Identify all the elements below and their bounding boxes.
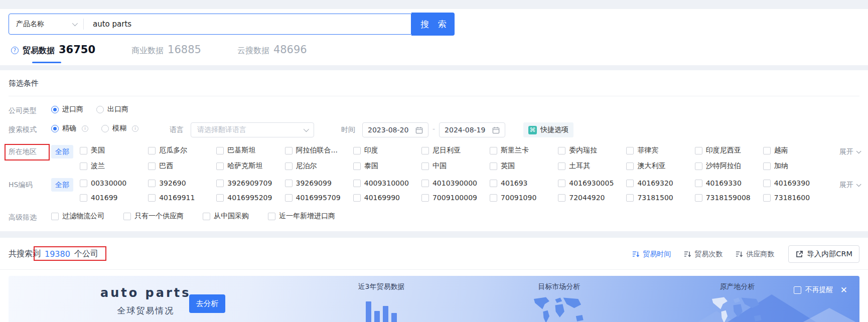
import-crm-label: 导入内部CRM bbox=[807, 249, 852, 259]
checkbox-icon bbox=[353, 180, 361, 187]
command-icon: ⌘ bbox=[528, 126, 537, 134]
search-category-select[interactable]: 产品名称 bbox=[9, 20, 83, 29]
region-checkbox[interactable]: 英国 bbox=[490, 162, 558, 171]
calendar-icon bbox=[415, 126, 423, 134]
sort-supplier-count[interactable]: 供应商数 bbox=[736, 250, 774, 259]
checkbox-label: 阿拉伯联合... bbox=[296, 146, 338, 155]
hs-code-checkbox[interactable]: 70091090 bbox=[490, 194, 558, 202]
analyze-button[interactable]: 去分析 bbox=[189, 294, 225, 313]
checkbox-icon bbox=[216, 163, 224, 170]
hs-code-checkbox[interactable]: 3926909709 bbox=[216, 179, 284, 187]
region-checkbox[interactable]: 加纳 bbox=[763, 162, 831, 171]
results-toolbar: 贸易时间 贸易次数 供应商数 导入内部CRM bbox=[619, 245, 859, 263]
region-checkbox[interactable]: 阿拉伯联合... bbox=[285, 146, 353, 155]
hs-code-checkbox[interactable]: 4010390000 bbox=[421, 179, 490, 187]
checkbox-icon bbox=[123, 213, 131, 220]
hs-code-checkbox[interactable]: 4009310000 bbox=[353, 179, 421, 187]
import-crm-button[interactable]: 导入内部CRM bbox=[788, 245, 859, 263]
region-checkbox[interactable]: 中国 bbox=[421, 162, 490, 171]
radio-exact[interactable]: 精确 i bbox=[51, 124, 88, 133]
checkbox-label: 40169990 bbox=[364, 194, 400, 202]
region-checkbox[interactable]: 澳大利亚 bbox=[626, 162, 694, 171]
close-icon[interactable]: ✕ bbox=[840, 285, 847, 295]
hs-code-checkbox[interactable]: 4016930005 bbox=[558, 179, 626, 187]
hs-expand-link[interactable]: 展开 bbox=[831, 179, 859, 190]
tab-business-data[interactable]: 商业数据 16885 bbox=[131, 44, 201, 63]
advanced-filter-checkbox[interactable]: 过滤物流公司 bbox=[51, 212, 107, 221]
checkbox-label: 泰国 bbox=[364, 162, 378, 171]
sort-trade-time[interactable]: 贸易时间 bbox=[632, 250, 671, 259]
info-icon[interactable]: i bbox=[132, 125, 138, 132]
search-input[interactable]: auto parts bbox=[84, 20, 411, 29]
language-select[interactable]: 请选择翻译语言 bbox=[191, 122, 314, 137]
region-checkbox[interactable]: 巴西 bbox=[148, 162, 216, 171]
advanced-filter-checkbox[interactable]: 从中国采购 bbox=[203, 212, 252, 221]
hs-code-checkbox[interactable]: 392690 bbox=[148, 179, 216, 187]
region-checkbox[interactable]: 厄瓜多尔 bbox=[148, 146, 216, 155]
quick-options-button[interactable]: ⌘ 快捷选项 bbox=[523, 122, 573, 137]
region-checkbox[interactable]: 菲律宾 bbox=[626, 146, 694, 155]
advanced-filter-checkbox[interactable]: 近一年新增进口商 bbox=[268, 212, 338, 221]
radio-exporter[interactable]: 出口商 bbox=[96, 105, 128, 114]
radio-fuzzy[interactable]: 模糊 i bbox=[101, 124, 138, 133]
help-icon[interactable]: ? bbox=[11, 47, 19, 54]
hs-code-checkbox[interactable]: 40169990 bbox=[353, 194, 421, 202]
region-checkbox[interactable]: 泰国 bbox=[353, 162, 421, 171]
region-checkbox[interactable]: 尼日利亚 bbox=[421, 146, 490, 155]
region-checkbox[interactable]: 波兰 bbox=[80, 162, 148, 171]
date-end-input[interactable]: 2024-08-19 bbox=[439, 122, 505, 137]
hs-code-checkbox[interactable]: 40169911 bbox=[148, 194, 216, 202]
date-start-input[interactable]: 2023-08-20 bbox=[362, 122, 428, 137]
region-checkbox[interactable]: 沙特阿拉伯 bbox=[695, 162, 763, 171]
quick-options-label: 快捷选项 bbox=[540, 125, 568, 134]
feature-title: 原产地分析 bbox=[693, 282, 781, 291]
region-checkbox[interactable]: 斯里兰卡 bbox=[490, 146, 558, 155]
hs-code-checkbox[interactable]: 39269099 bbox=[285, 179, 353, 187]
region-checkbox[interactable]: 印度尼西亚 bbox=[695, 146, 763, 155]
hs-code-checkbox[interactable]: 4016995709 bbox=[285, 194, 353, 202]
hs-code-checkbox[interactable]: 73181600 bbox=[763, 194, 831, 202]
tab-cloud-search-data[interactable]: 云搜数据 48696 bbox=[237, 44, 307, 63]
region-all-button[interactable]: 全部 bbox=[51, 145, 73, 158]
checkbox-label: 哈萨克斯坦 bbox=[227, 162, 262, 171]
region-checkbox[interactable]: 越南 bbox=[763, 146, 831, 155]
region-checkbox[interactable]: 美国 bbox=[80, 146, 148, 155]
hs-code-checkbox[interactable]: 00330000 bbox=[80, 179, 148, 187]
checkbox-icon bbox=[285, 180, 293, 187]
hs-code-checkbox[interactable]: 4016995209 bbox=[216, 194, 284, 202]
radio-importer[interactable]: 进口商 bbox=[51, 105, 83, 114]
filters-title: 筛选条件 bbox=[9, 70, 859, 88]
hs-code-checkbox[interactable]: 40169390 bbox=[763, 179, 831, 187]
region-checkbox[interactable]: 巴基斯坦 bbox=[216, 146, 284, 155]
region-checkbox[interactable]: 委内瑞拉 bbox=[558, 146, 626, 155]
sort-trade-count[interactable]: 贸易次数 bbox=[684, 250, 722, 259]
dismiss-checkbox[interactable] bbox=[794, 286, 801, 294]
analysis-banner[interactable]: auto parts 全球贸易情况 去分析 近3年贸易数据 目标市场分析 bbox=[9, 276, 859, 322]
hs-code-checkbox[interactable]: 40169320 bbox=[626, 179, 694, 187]
search-button[interactable]: 搜 索 bbox=[411, 13, 455, 36]
checkbox-label: 4016930005 bbox=[569, 179, 614, 187]
checkbox-label: 39269099 bbox=[296, 179, 332, 187]
region-checkbox[interactable]: 土耳其 bbox=[558, 162, 626, 171]
search-box: 产品名称 auto parts bbox=[9, 14, 411, 35]
date-range-separator: - bbox=[432, 124, 435, 133]
info-icon[interactable]: i bbox=[82, 125, 88, 132]
checkbox-icon bbox=[421, 147, 429, 154]
region-expand-link[interactable]: 展开 bbox=[831, 146, 859, 156]
hs-code-checkbox[interactable]: 40169330 bbox=[695, 179, 763, 187]
decor-triangle bbox=[784, 308, 859, 322]
region-checkbox[interactable]: 印度 bbox=[353, 146, 421, 155]
data-tabs: ? 贸易数据 36750 商业数据 16885 云搜数据 48696 bbox=[11, 44, 868, 63]
hs-code-checkbox[interactable]: 401693 bbox=[490, 179, 558, 187]
hs-code-checkbox[interactable]: 401699 bbox=[80, 194, 148, 202]
hs-all-button[interactable]: 全部 bbox=[51, 178, 73, 192]
hs-code-checkbox[interactable]: 7318159008 bbox=[695, 194, 763, 202]
region-checkbox[interactable]: 哈萨克斯坦 bbox=[216, 162, 284, 171]
region-checkbox[interactable]: 尼泊尔 bbox=[285, 162, 353, 171]
hs-code-checkbox[interactable]: 7009100009 bbox=[421, 194, 490, 202]
tab-trade-data[interactable]: ? 贸易数据 36750 bbox=[11, 44, 95, 63]
radio-label: 精确 bbox=[62, 124, 76, 133]
hs-code-checkbox[interactable]: 72044920 bbox=[558, 194, 626, 202]
hs-code-checkbox[interactable]: 73181500 bbox=[626, 194, 694, 202]
advanced-filter-checkbox[interactable]: 只有一个供应商 bbox=[123, 212, 187, 221]
